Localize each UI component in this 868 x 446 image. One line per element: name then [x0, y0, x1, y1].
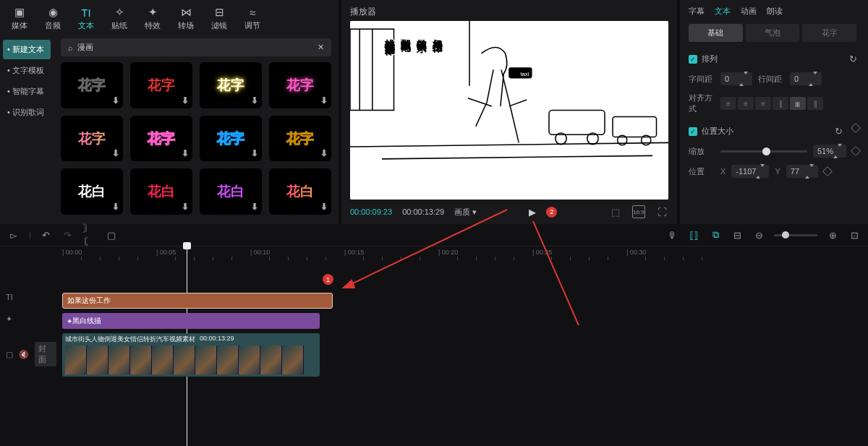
align-buttons[interactable]: ≡≡≡‖⫼‖	[720, 97, 823, 110]
insp-subtab[interactable]: 花字	[802, 24, 856, 42]
search-icon: ⌕	[68, 43, 73, 52]
pos-y-input[interactable]: 77	[786, 165, 818, 178]
link-icon[interactable]: ⧉	[709, 228, 722, 241]
redo-icon[interactable]: ↷	[61, 228, 75, 241]
style-card[interactable]: 花字⬇	[200, 116, 262, 162]
style-card[interactable]: 花白⬇	[200, 168, 262, 215]
lib-tab-贴纸[interactable]: ✧贴纸	[107, 4, 132, 33]
keyframe-icon[interactable]	[851, 123, 861, 133]
search-input[interactable]: ⌕ 漫画 ✕	[61, 38, 331, 56]
timeline-panel: ▻ | ↶ ↷ 〙〘 ▢ 🎙 ⟦⟧ ⧉ ⊟ ⊖ ⊕ ⊡ | 00:00| 00:…	[0, 224, 868, 446]
clear-icon[interactable]: ✕	[318, 43, 324, 52]
fx-clip[interactable]: ✦ 黑白线描	[62, 313, 320, 329]
keyframe-icon[interactable]	[851, 146, 861, 156]
sidebar-item[interactable]: • 识别歌词	[3, 103, 51, 122]
style-card[interactable]: 花字⬇	[269, 116, 331, 162]
play-button[interactable]: ▶	[529, 207, 536, 218]
insp-tab[interactable]: 文本	[715, 6, 731, 17]
char-spacing-input[interactable]: 0	[720, 72, 752, 85]
delete-icon[interactable]: ▢	[105, 228, 118, 241]
line-spacing-input[interactable]: 0	[790, 72, 822, 85]
player-title: 播放器	[350, 6, 668, 18]
download-icon[interactable]: ⬇	[182, 202, 189, 212]
zoom-slider[interactable]	[774, 234, 817, 236]
undo-icon[interactable]: ↶	[40, 228, 53, 241]
download-icon[interactable]: ⬇	[182, 95, 189, 106]
track-mute-icon[interactable]: 🔇	[19, 350, 29, 359]
ratio-icon[interactable]: 16:9	[632, 205, 645, 218]
scale-slider[interactable]	[720, 150, 807, 153]
player-panel: 播放器 taxi 找份能让你快乐的工作！ 那就离职吧！ 做的不快乐	[341, 0, 677, 224]
reset-icon[interactable]: ↻	[846, 52, 859, 65]
insp-subtab[interactable]: 气泡	[746, 24, 800, 42]
download-icon[interactable]: ⬇	[320, 202, 328, 212]
subtitle-line: 那就离职吧！	[399, 31, 412, 49]
video-clip[interactable]: 城市街头人物倒退美女情侣转折汽车视频素材00:00:13:29	[62, 333, 320, 377]
pos-size-toggle[interactable]: 位置大小	[689, 126, 733, 137]
tab-label: 特效	[145, 20, 161, 31]
download-icon[interactable]: ⬇	[182, 148, 189, 158]
download-icon[interactable]: ⬇	[112, 95, 119, 106]
style-card[interactable]: 花字⬇	[130, 116, 192, 162]
insp-tab[interactable]: 动画	[741, 6, 757, 17]
style-card[interactable]: 花字⬇	[130, 62, 192, 108]
sidebar-item[interactable]: • 文字模板	[3, 61, 51, 80]
text-clip[interactable]: 如果这份工作	[62, 293, 333, 309]
lib-tab-调节[interactable]: ≈调节	[240, 4, 265, 33]
lib-tab-文本[interactable]: TI文本	[74, 4, 98, 33]
track-visibility-icon[interactable]: ▢	[6, 350, 13, 359]
snap-icon[interactable]: ⟦⟧	[687, 228, 700, 241]
lib-tab-媒体[interactable]: ▣媒体	[7, 4, 32, 33]
lib-tab-音频[interactable]: ◉音频	[41, 4, 65, 33]
insp-subtab[interactable]: 基础	[689, 24, 743, 42]
pos-label: 位置	[689, 166, 715, 177]
zoom-in-icon[interactable]: ⊕	[826, 228, 839, 241]
align-icon[interactable]: ⊟	[731, 228, 744, 241]
preview-canvas[interactable]: taxi 找份能让你快乐的工作！ 那就离职吧！ 做的不快乐 如果这份工作	[350, 21, 668, 200]
style-card[interactable]: 花白⬇	[61, 168, 123, 215]
download-icon[interactable]: ⬇	[320, 95, 328, 106]
align-right-icon: ≡	[755, 97, 771, 110]
download-icon[interactable]: ⬇	[251, 148, 258, 158]
download-icon[interactable]: ⬇	[112, 148, 119, 158]
download-icon[interactable]: ⬇	[112, 202, 119, 212]
sidebar-item[interactable]: • 新建文本	[3, 40, 51, 59]
badge-1: 1	[323, 274, 333, 285]
library-sidebar: • 新建文本• 文字模板• 智能字幕• 识别歌词	[0, 35, 54, 224]
scale-value[interactable]: 51%	[813, 145, 846, 158]
char-spacing-label: 字间距	[689, 74, 715, 85]
style-card[interactable]: 花白⬇	[269, 168, 331, 215]
lib-tab-特效[interactable]: ✦特效	[140, 4, 165, 33]
cursor-tool-icon[interactable]: ▻	[7, 228, 20, 241]
lib-tab-转场[interactable]: ⋈转场	[174, 4, 198, 33]
sidebar-item[interactable]: • 智能字幕	[3, 82, 51, 101]
style-card[interactable]: 花字⬇	[61, 116, 123, 162]
tab-label: 调节	[244, 20, 260, 31]
compare-icon[interactable]: ⬚	[609, 205, 622, 218]
style-card[interactable]: 花字⬇	[200, 62, 262, 108]
search-term: 漫画	[77, 42, 318, 53]
align-v1-icon: ‖	[773, 97, 788, 110]
style-card[interactable]: 花字⬇	[61, 62, 123, 108]
fullscreen-icon[interactable]: ⛶	[655, 205, 668, 218]
tab-label: 贴纸	[111, 20, 127, 31]
lib-tab-滤镜[interactable]: ⊟滤镜	[207, 4, 231, 33]
cover-button[interactable]: 封面	[35, 342, 56, 366]
zoom-fit-icon[interactable]: ⊡	[848, 228, 861, 241]
keyframe-icon[interactable]	[822, 166, 833, 176]
pos-x-input[interactable]: -1107	[731, 165, 769, 178]
zoom-out-icon[interactable]: ⊖	[752, 228, 765, 241]
style-card[interactable]: 花字⬇	[269, 62, 331, 108]
mic-icon[interactable]: 🎙	[665, 228, 678, 241]
reset-icon[interactable]: ↻	[832, 124, 845, 137]
download-icon[interactable]: ⬇	[320, 148, 328, 158]
insp-tab[interactable]: 字幕	[689, 6, 705, 17]
quality-dropdown[interactable]: 画质 ▾	[454, 207, 477, 218]
tab-icon: TI	[80, 6, 93, 19]
style-card[interactable]: 花白⬇	[130, 168, 192, 215]
download-icon[interactable]: ⬇	[251, 95, 258, 106]
insp-tab[interactable]: 朗读	[767, 6, 783, 17]
download-icon[interactable]: ⬇	[251, 202, 258, 212]
split-icon[interactable]: 〙〘	[83, 228, 96, 241]
arrange-toggle[interactable]: 排列	[689, 53, 718, 64]
